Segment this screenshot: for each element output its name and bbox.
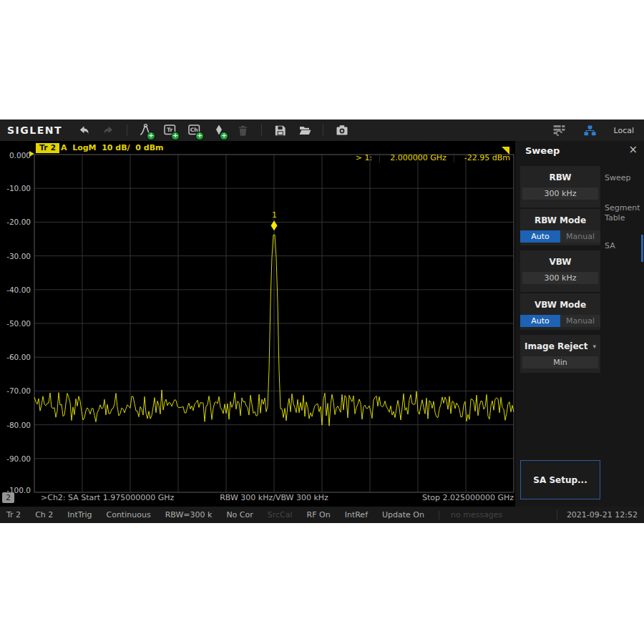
undo-icon[interactable] [77,123,92,138]
marker-readout-prefix: > 1: [346,153,372,162]
rbw-control[interactable]: RBW 300 kHz [520,166,600,208]
y-axis-label: -60.00 [0,353,31,361]
marker-readout: > 1: 2.000000 GHz -22.95 dBm [346,153,510,162]
plus-badge-icon [220,132,228,140]
vbw-mode-label: VBW Mode [520,300,600,310]
toolbar-separator [323,125,323,136]
save-icon[interactable] [273,123,288,138]
y-axis-label: -80.00 [0,421,31,429]
add-measurement-icon[interactable] [138,123,153,138]
toolbar-separator [261,125,262,136]
image-reject-label-text: Image Reject [525,341,587,351]
image-reject-value[interactable]: Min [522,356,598,369]
spectrum-canvas: 1 [0,141,515,507]
spectrum-analyzer-window: SIGLENT Tr Ch [0,119,644,523]
vbw-mode-toggle: Auto Manual [520,315,600,327]
image-reject-control[interactable]: Image Reject ▾ Min [520,335,600,373]
y-axis-label: -20.00 [0,218,31,226]
toolbar: SIGLENT Tr Ch [0,119,644,141]
y-axis-label: 0.000 [0,151,31,160]
y-axis-label: -50.00 [0,319,31,328]
status-channel[interactable]: Ch 2 [35,510,53,519]
y-axis-label: -40.00 [0,286,31,294]
marker-readout-frequency: 2.000000 GHz [379,153,447,162]
status-trace[interactable]: Tr 2 [6,510,21,519]
status-srccal[interactable]: SrcCal [268,510,293,519]
delete-icon[interactable] [235,123,250,138]
tab-sa[interactable]: SA [605,241,615,251]
plus-badge-icon [195,132,204,140]
redo-icon[interactable] [101,123,116,138]
vbw-mode-manual-option[interactable]: Manual [560,315,600,327]
status-datetime: 2021-09-21 12:52 [557,510,638,519]
status-reference[interactable]: IntRef [345,510,368,519]
rbw-mode-control[interactable]: RBW Mode Auto Manual [520,209,600,245]
y-axis-label: -30.00 [0,252,31,260]
y-axis-label: -10.00 [0,184,31,192]
marker-readout-amplitude: -22.95 dBm [454,153,510,162]
status-trigger[interactable]: IntTrig [67,510,92,519]
plus-badge-icon [147,132,155,140]
local-button[interactable]: Local [613,126,634,135]
channel-number-badge[interactable]: 2 [2,492,14,503]
spectrum-plot: 1 Tr 2 A LogM 10 dB/ 0 dBm > 1: 2.000000… [0,141,515,507]
vbw-mode-auto-option[interactable]: Auto [520,315,560,327]
sweep-panel: Sweep × RBW 300 kHz RBW Mode Auto Manual… [515,141,644,507]
tab-sweep[interactable]: Sweep [605,173,631,183]
vbw-value[interactable]: 300 kHz [522,272,598,284]
rbw-value[interactable]: 300 kHz [522,187,598,200]
open-icon[interactable] [297,123,312,138]
toolbar-separator [127,125,127,136]
y-axis-label: -90.00 [0,454,31,463]
rbw-mode-auto-option[interactable]: Auto [520,230,560,243]
network-icon[interactable] [582,123,597,138]
vbw-label: VBW [520,257,600,267]
status-messages: no messages [451,510,502,519]
sa-setup-button[interactable]: SA Setup... [520,460,600,499]
status-bar: Tr 2 Ch 2 IntTrig Continuous RBW=300 k N… [0,507,644,523]
layout-icon[interactable] [552,123,567,138]
status-rf[interactable]: RF On [307,510,331,519]
close-icon[interactable]: × [628,143,638,156]
image-reject-label: Image Reject ▾ [520,341,600,351]
status-sweep-mode[interactable]: Continuous [106,510,150,519]
rbw-mode-label: RBW Mode [520,215,600,225]
marker-1-number: 1 [272,210,277,220]
chevron-down-icon: ▾ [592,343,596,350]
status-rbw[interactable]: RBW=300 k [165,510,213,519]
rbw-mode-manual-option[interactable]: Manual [560,230,600,243]
trace-badge[interactable]: Tr 2 [36,143,59,153]
vbw-control[interactable]: VBW 300 kHz [520,250,600,292]
add-marker-icon[interactable] [211,123,226,138]
tab-segment-table[interactable]: Segment Table [605,203,642,223]
y-axis-label: -70.00 [0,386,31,395]
screenshot-icon[interactable] [334,123,349,138]
trace-settings-readout: A LogM 10 dB/ 0 dBm [61,143,164,153]
siglent-logo: SIGLENT [7,125,62,136]
stop-frequency-label: Stop 2.025000000 GHz [34,493,514,502]
panel-title: Sweep [525,145,560,156]
rbw-label: RBW [520,172,600,182]
status-correction[interactable]: No Cor [226,510,253,519]
add-channel-icon[interactable]: Ch [187,123,202,138]
rbw-mode-toggle: Auto Manual [520,230,600,243]
status-update[interactable]: Update On [382,510,424,519]
panel-scrollbar[interactable] [641,235,643,262]
plus-badge-icon [171,132,180,140]
vbw-mode-control[interactable]: VBW Mode Auto Manual [520,293,600,330]
add-trace-icon[interactable]: Tr [162,123,177,138]
status-separator [439,511,439,519]
